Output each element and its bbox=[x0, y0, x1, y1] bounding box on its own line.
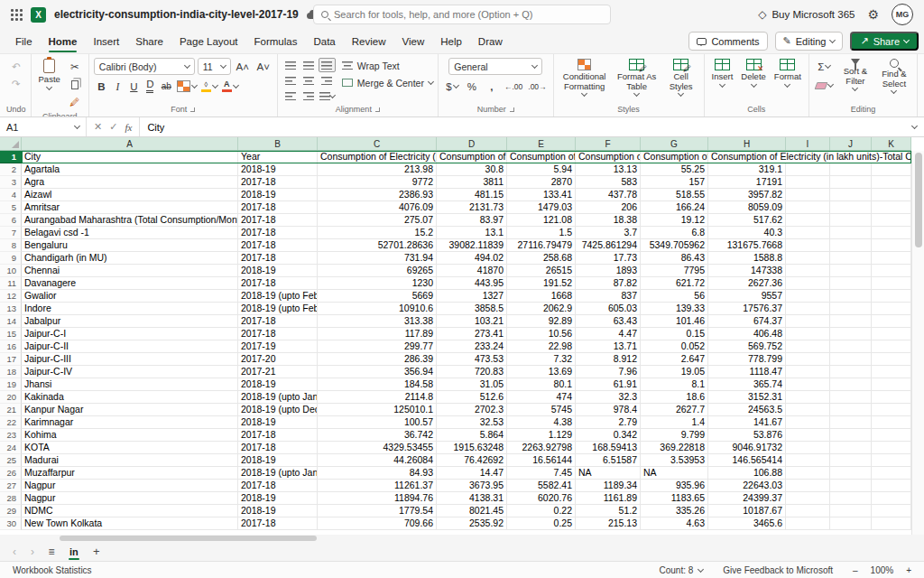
row-header-9[interactable]: 9 bbox=[0, 252, 22, 265]
cell-J23[interactable] bbox=[830, 429, 872, 442]
row-header-16[interactable]: 16 bbox=[0, 340, 22, 353]
cell-G20[interactable]: 18.6 bbox=[641, 391, 708, 404]
cell-J12[interactable] bbox=[830, 290, 872, 303]
text-orientation-button[interactable] bbox=[319, 89, 336, 103]
cell-D9[interactable]: 494.02 bbox=[437, 252, 507, 265]
cell-I3[interactable] bbox=[786, 176, 830, 189]
cell-K14[interactable] bbox=[872, 315, 911, 328]
cell-H1[interactable]: Consumption of Electricity (in lakh unit… bbox=[708, 151, 786, 163]
cell-D11[interactable]: 443.95 bbox=[437, 277, 507, 290]
cell-H3[interactable]: 17191 bbox=[708, 176, 786, 189]
cell-I13[interactable] bbox=[786, 303, 830, 315]
menu-tab-page-layout[interactable]: Page Layout bbox=[171, 29, 246, 53]
column-header-I[interactable]: I bbox=[786, 137, 830, 150]
cell-E10[interactable]: 26515 bbox=[507, 265, 576, 277]
cell-A30[interactable]: New Town Kolkata bbox=[22, 517, 238, 530]
cell-B5[interactable]: 2017-18 bbox=[238, 201, 318, 214]
cell-B27[interactable]: 2017-18 bbox=[238, 480, 318, 492]
row-header-3[interactable]: 3 bbox=[0, 176, 22, 189]
cell-H30[interactable]: 3465.6 bbox=[708, 517, 786, 530]
menu-tab-file[interactable]: File bbox=[7, 29, 41, 53]
underline-button[interactable]: U bbox=[126, 78, 142, 95]
cell-G2[interactable]: 55.25 bbox=[641, 163, 708, 176]
cell-F29[interactable]: 51.2 bbox=[576, 505, 641, 517]
menu-tab-insert[interactable]: Insert bbox=[85, 29, 127, 53]
cell-E20[interactable]: 474 bbox=[507, 391, 576, 404]
cell-C30[interactable]: 709.66 bbox=[318, 517, 437, 530]
cell-A26[interactable]: Muzaffarpur bbox=[22, 467, 238, 480]
cell-G23[interactable]: 9.799 bbox=[641, 429, 708, 442]
cell-H16[interactable]: 569.752 bbox=[708, 340, 786, 353]
name-box[interactable]: A1 bbox=[0, 117, 87, 136]
menu-tab-data[interactable]: Data bbox=[305, 29, 343, 53]
cell-D4[interactable]: 481.15 bbox=[437, 189, 507, 201]
column-header-E[interactable]: E bbox=[507, 137, 576, 150]
cell-D15[interactable]: 273.41 bbox=[437, 328, 507, 340]
cell-E5[interactable]: 1479.03 bbox=[507, 201, 576, 214]
cell-F25[interactable]: 6.51587 bbox=[576, 454, 641, 467]
comma-style-button[interactable]: , bbox=[483, 78, 501, 95]
cell-I12[interactable] bbox=[786, 290, 830, 303]
cell-B30[interactable]: 2017-18 bbox=[238, 517, 318, 530]
cell-G8[interactable]: 5349.705962 bbox=[641, 239, 708, 252]
cell-F3[interactable]: 583 bbox=[576, 176, 641, 189]
format-painter-button[interactable]: 🖉 bbox=[66, 94, 84, 111]
cell-I28[interactable] bbox=[786, 492, 830, 505]
cell-K7[interactable] bbox=[872, 227, 911, 239]
cell-G16[interactable]: 0.052 bbox=[641, 340, 708, 353]
cell-F14[interactable]: 63.43 bbox=[576, 315, 641, 328]
cell-A9[interactable]: Chandigarh (in MU) bbox=[22, 252, 238, 265]
cell-G21[interactable]: 2627.7 bbox=[641, 404, 708, 416]
cell-B20[interactable]: 2018-19 (upto Jan) bbox=[238, 391, 318, 404]
cell-C20[interactable]: 2114.8 bbox=[318, 391, 437, 404]
merge-center-button[interactable]: Merge & Center bbox=[342, 75, 433, 90]
editing-mode-button[interactable]: ✎ Editing bbox=[775, 32, 844, 51]
cell-D5[interactable]: 2131.73 bbox=[437, 201, 507, 214]
cell-K25[interactable] bbox=[872, 454, 911, 467]
cell-D16[interactable]: 233.24 bbox=[437, 340, 507, 353]
cell-H28[interactable]: 24399.37 bbox=[708, 492, 786, 505]
cell-I4[interactable] bbox=[786, 189, 830, 201]
cell-A11[interactable]: Davanagere bbox=[22, 277, 238, 290]
cell-F6[interactable]: 18.38 bbox=[576, 214, 641, 227]
cell-H23[interactable]: 53.876 bbox=[708, 429, 786, 442]
cell-C22[interactable]: 100.57 bbox=[318, 416, 437, 429]
cell-B2[interactable]: 2018-19 bbox=[238, 163, 318, 176]
cell-K3[interactable] bbox=[872, 176, 911, 189]
cell-K30[interactable] bbox=[872, 517, 911, 530]
cell-A4[interactable]: Aizawl bbox=[22, 189, 238, 201]
confirm-entry-icon[interactable]: ✓ bbox=[109, 121, 117, 133]
cell-E13[interactable]: 2062.9 bbox=[507, 303, 576, 315]
cell-B6[interactable]: 2017-18 bbox=[238, 214, 318, 227]
cell-J7[interactable] bbox=[830, 227, 872, 239]
cell-B13[interactable]: 2018-19 (upto Feb) bbox=[238, 303, 318, 315]
row-header-2[interactable]: 2 bbox=[0, 163, 22, 176]
cell-K2[interactable] bbox=[872, 163, 911, 176]
cell-K22[interactable] bbox=[872, 416, 911, 429]
cell-F16[interactable]: 13.71 bbox=[576, 340, 641, 353]
row-header-23[interactable]: 23 bbox=[0, 429, 22, 442]
cell-E27[interactable]: 5582.41 bbox=[507, 480, 576, 492]
buy-microsoft-365-button[interactable]: ◇ Buy Microsoft 365 bbox=[758, 8, 855, 21]
cell-C9[interactable]: 731.94 bbox=[318, 252, 437, 265]
cell-A18[interactable]: Jaipur-C-IV bbox=[22, 366, 238, 378]
cell-C1[interactable]: Consumption of Electricity (in bbox=[318, 151, 437, 163]
row-header-10[interactable]: 10 bbox=[0, 265, 22, 277]
cell-E25[interactable]: 16.56144 bbox=[507, 454, 576, 467]
cell-B19[interactable]: 2018-19 bbox=[238, 378, 318, 391]
cell-B9[interactable]: 2017-18 bbox=[238, 252, 318, 265]
row-header-8[interactable]: 8 bbox=[0, 239, 22, 252]
cell-E24[interactable]: 2263.92798 bbox=[507, 442, 576, 454]
cell-F24[interactable]: 168.59413 bbox=[576, 442, 641, 454]
shrink-font-button[interactable]: A˅ bbox=[254, 58, 273, 75]
cell-B22[interactable]: 2018-19 bbox=[238, 416, 318, 429]
cell-C8[interactable]: 52701.28636 bbox=[318, 239, 437, 252]
cell-G17[interactable]: 2.647 bbox=[641, 353, 708, 366]
cell-C24[interactable]: 4329.53455 bbox=[318, 442, 437, 454]
cell-I9[interactable] bbox=[786, 252, 830, 265]
cell-E3[interactable]: 2870 bbox=[507, 176, 576, 189]
sheet-tab-in[interactable]: in bbox=[63, 542, 85, 561]
cell-J29[interactable] bbox=[830, 505, 872, 517]
share-button[interactable]: ↗ Share bbox=[850, 32, 919, 51]
cell-I10[interactable] bbox=[786, 265, 830, 277]
